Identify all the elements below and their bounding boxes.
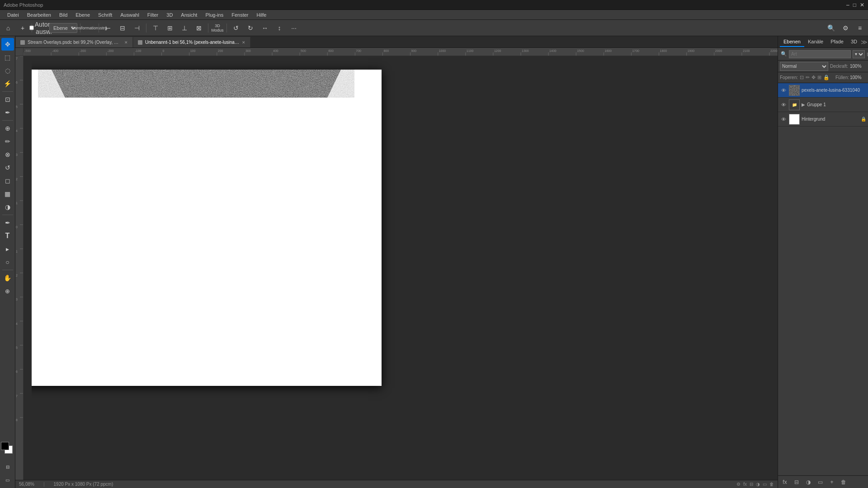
auto-select-checkbox[interactable] [29,25,34,31]
panel-tab-3d[interactable]: 3D [847,37,861,47]
layer-search-input[interactable] [789,50,851,58]
minimize-button[interactable]: – [846,2,849,8]
menu-item-bild[interactable]: Bild [56,11,71,19]
more-options-button[interactable]: ··· [288,22,300,34]
rotate-right-button[interactable]: ↻ [244,22,257,34]
status-bar: 56,08% | 1920 Px x 1080 Px (72 ppcm) ⚙ f… [15,480,778,488]
menu-item-hilfe[interactable]: Hilfe [253,11,270,19]
layer-delete-button[interactable]: 🗑 [839,478,849,487]
panel-tab-pfade[interactable]: Pfade [827,37,847,47]
layer-visibility-2[interactable]: 👁 [780,101,787,108]
menu-item-ansicht[interactable]: Ansicht [177,11,201,19]
lock-image-button[interactable]: ✏ [806,75,810,80]
status-trash-button[interactable]: 🗑 [769,482,774,487]
menu-item-bearbeiten[interactable]: Bearbeiten [24,11,55,19]
menu-item-fenster[interactable]: Fenster [228,11,252,19]
crop-tool[interactable]: ⊡ [1,93,14,106]
tab-close-2[interactable]: ✕ [242,40,245,45]
history-brush-tool[interactable]: ↺ [1,161,14,174]
tab-bar: Stream Overlays.psdc bei 99,2% (Overlay,… [15,36,778,48]
layer-item-hintergrund[interactable]: 👁 Hintergrund 🔒 [778,112,868,127]
3d-mode-button[interactable]: 3D Modus [211,22,224,34]
layer-adj-button[interactable]: ◑ [803,478,813,487]
move-tool[interactable]: ✥ [1,38,14,51]
lock-transparent-button[interactable]: ⊡ [800,75,804,80]
select-rect-tool[interactable]: ⬚ [1,51,14,64]
shape-tool[interactable]: ○ [1,256,14,268]
panel-collapse-button[interactable]: ≫ [861,38,868,46]
text-tool[interactable]: T [1,230,14,242]
gradient-tool[interactable]: ▦ [1,188,14,200]
align-top-button[interactable]: ⊤ [149,22,162,34]
zoom-tool[interactable]: ⊕ [1,285,14,297]
layer-visibility-1[interactable]: 👁 [780,87,787,94]
flip-h-button[interactable]: ↔ [259,22,271,34]
tab-stream-overlays[interactable]: Stream Overlays.psdc bei 99,2% (Overlay,… [15,37,133,47]
panel-tab-ebenen[interactable]: Ebenen [780,37,804,47]
tab-label-1: Stream Overlays.psdc bei 99,2% (Overlay,… [28,40,122,45]
distribute-button[interactable]: ⊠ [193,22,205,34]
menu-item-datei[interactable]: Datei [4,11,23,19]
layer-item-gruppe[interactable]: 👁 📁 ▶ Gruppe 1 [778,98,868,112]
status-mask-button[interactable]: ⊟ [750,482,753,487]
eyedropper-tool[interactable]: ✒ [1,106,14,119]
status-fx-button[interactable]: fx [743,482,747,487]
canvas-viewport[interactable] [32,56,778,480]
layer-filter-type[interactable]: ▾ [853,50,865,58]
menu-item-ebene[interactable]: Ebene [72,11,94,19]
close-button[interactable]: ✕ [860,2,864,8]
menu-item-3d[interactable]: 3D [163,11,176,19]
layer-new-button[interactable]: + [827,478,837,487]
panel-toggle-button[interactable]: ≡ [854,22,866,34]
new-doc-button[interactable]: + [16,22,29,34]
magic-wand-tool[interactable]: ⚡ [1,77,14,90]
layer-fx-button[interactable]: fx [780,478,790,487]
lock-position-button[interactable]: ✥ [811,75,816,80]
menu-item-auswahl[interactable]: Auswahl [117,11,143,19]
flip-v-button[interactable]: ↕ [273,22,286,34]
quick-mask-button[interactable]: ⊟ [1,460,14,473]
lasso-tool[interactable]: ◌ [1,64,14,77]
status-adj-button[interactable]: ◑ [756,482,760,487]
app-title: Adobe Photoshop [4,2,846,8]
align-right-button[interactable]: ⊣ [131,22,143,34]
pen-tool[interactable]: ✒ [1,216,14,229]
clone-tool[interactable]: ⊗ [1,148,14,161]
maximize-button[interactable]: □ [853,2,856,8]
eraser-tool[interactable]: ◻ [1,174,14,187]
menu-item-filter[interactable]: Filter [144,11,162,19]
menu-item-schrift[interactable]: Schrift [94,11,116,19]
lock-artboard-button[interactable]: ⊞ [817,75,821,80]
dodge-tool[interactable]: ◑ [1,201,14,213]
panel-tab-kanale[interactable]: Kanäle [804,37,827,47]
screen-mode-button[interactable]: ▭ [1,474,14,486]
align-left-button[interactable]: ⊢ [102,22,114,34]
transform-button[interactable]: Transformationsstrg. [83,22,96,34]
search-button[interactable]: 🔍 [825,22,837,34]
align-center-h-button[interactable]: ⊟ [116,22,129,34]
hand-tool[interactable]: ✋ [1,272,14,284]
workspace-button[interactable]: ⚙ [839,22,852,34]
blend-mode-dropdown[interactable]: Normal [780,62,828,71]
align-center-v-button[interactable]: ⊞ [164,22,176,34]
tab-unbenannt[interactable]: Unbenannt-1 bei 56,1% (pexels-anete-lusi… [133,37,250,47]
menu-item-plug-ins[interactable]: Plug-ins [202,11,227,19]
path-select-tool[interactable]: ▸ [1,243,14,255]
layer-mask-button[interactable]: ⊟ [792,478,802,487]
lock-all-button[interactable]: 🔒 [823,75,830,80]
status-settings-button[interactable]: ⚙ [736,482,741,487]
layer-group-button[interactable]: ▭ [815,478,825,487]
foreground-color[interactable] [1,442,9,450]
status-group-button[interactable]: ▭ [763,482,767,487]
home-button[interactable]: ⌂ [2,22,14,34]
layers-panel: 🔍 ▾ ▤ ◑ T ○ 🔒 Normal Deckraft: 100% [778,48,868,488]
tab-close-1[interactable]: ✕ [124,40,128,45]
layer-visibility-3[interactable]: 👁 [780,116,787,123]
align-bottom-button[interactable]: ⊥ [178,22,191,34]
group-collapse-icon[interactable]: ▶ [802,102,805,107]
layer-item-pexels[interactable]: 👁 pexels-anete-lusina-63 [778,83,868,98]
brush-tool[interactable]: ✏ [1,135,14,148]
healing-tool[interactable]: ⊕ [1,122,14,135]
rotate-left-button[interactable]: ↺ [230,22,242,34]
auto-select-button[interactable]: Auton. ausw. [35,22,47,34]
